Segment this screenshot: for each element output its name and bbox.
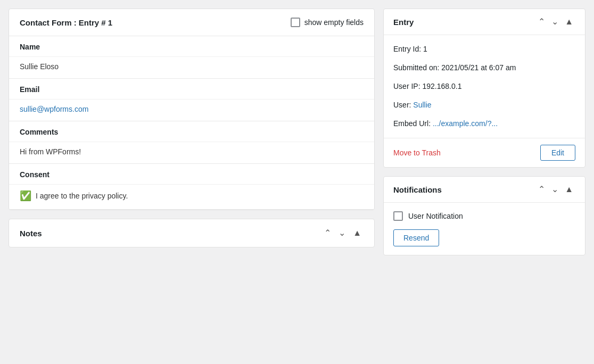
entry-panel-header: Entry ⌃ ⌄ ▲ — [384, 9, 585, 35]
consent-text: I agree to the privacy policy. — [36, 192, 128, 200]
notifications-up-button[interactable]: ⌃ — [536, 184, 547, 195]
name-label: Name — [9, 36, 374, 56]
user-label: User: — [393, 101, 413, 109]
submitted-on-value: 2021/05/21 at 6:07 am — [441, 63, 516, 72]
show-empty-label: show empty fields — [304, 18, 364, 27]
entry-panel: Entry ⌃ ⌄ ▲ Entry Id: 1 Submitted on: 20… — [383, 9, 585, 168]
entry-panel-up-button[interactable]: ⌃ — [536, 16, 547, 27]
edit-button[interactable]: Edit — [540, 145, 575, 161]
notifications-panel-header: Notifications ⌃ ⌄ ▲ — [384, 177, 585, 203]
left-column: Contact Form : Entry # 1 show empty fiel… — [9, 9, 375, 355]
comments-field-group: Comments Hi from WPForms! — [9, 121, 374, 164]
notifications-panel: Notifications ⌃ ⌄ ▲ User Notification Re… — [383, 176, 585, 255]
resend-button[interactable]: Resend — [393, 229, 439, 246]
notifications-expand-button[interactable]: ▲ — [563, 184, 575, 195]
notes-controls: ⌃ ⌄ ▲ — [322, 228, 364, 238]
entry-id-row: Entry Id: 1 — [393, 44, 575, 55]
user-notification-row: User Notification — [393, 211, 575, 221]
entry-card-header: Contact Form : Entry # 1 show empty fiel… — [9, 9, 374, 36]
notes-title: Notes — [20, 229, 42, 238]
show-empty-fields-container[interactable]: show empty fields — [291, 18, 364, 27]
consent-field-group: Consent ✅ I agree to the privacy policy. — [9, 164, 374, 210]
notifications-panel-title: Notifications — [393, 185, 442, 194]
notes-header: Notes ⌃ ⌄ ▲ — [9, 219, 374, 247]
entry-card-title: Contact Form : Entry # 1 — [20, 18, 112, 27]
user-link[interactable]: Sullie — [413, 101, 431, 109]
entry-id-label: Entry Id: — [393, 45, 423, 53]
entry-panel-down-button[interactable]: ⌄ — [549, 16, 560, 27]
notes-collapse-up-button[interactable]: ⌃ — [322, 228, 333, 238]
notes-card: Notes ⌃ ⌄ ▲ — [9, 219, 375, 247]
user-row: User: Sullie — [393, 100, 575, 111]
entry-panel-title: Entry — [393, 18, 414, 27]
user-notification-checkbox[interactable] — [393, 211, 403, 221]
notifications-down-button[interactable]: ⌄ — [549, 184, 560, 195]
notes-collapse-down-button[interactable]: ⌄ — [336, 228, 348, 238]
right-column: Entry ⌃ ⌄ ▲ Entry Id: 1 Submitted on: 20… — [383, 9, 585, 355]
consent-value: ✅ I agree to the privacy policy. — [9, 184, 374, 209]
user-notification-label: User Notification — [408, 212, 463, 220]
entry-panel-expand-button[interactable]: ▲ — [563, 16, 575, 27]
entry-id-value: 1 — [423, 45, 427, 53]
submitted-on-label: Submitted on: — [393, 63, 441, 72]
email-label: Email — [9, 79, 374, 99]
entry-panel-controls: ⌃ ⌄ ▲ — [536, 16, 575, 27]
user-ip-row: User IP: 192.168.0.1 — [393, 81, 575, 92]
checkmark-icon: ✅ — [20, 190, 31, 202]
notes-expand-button[interactable]: ▲ — [351, 228, 364, 238]
entry-card: Contact Form : Entry # 1 show empty fiel… — [9, 9, 375, 210]
comments-value: Hi from WPForms! — [9, 142, 374, 163]
notifications-panel-body: User Notification Resend — [384, 203, 585, 255]
entry-panel-body: Entry Id: 1 Submitted on: 2021/05/21 at … — [384, 35, 585, 138]
comments-label: Comments — [9, 121, 374, 142]
name-value: Sullie Eloso — [9, 56, 374, 78]
consent-label: Consent — [9, 164, 374, 184]
embed-url-row: Embed Url: .../example.com/?... — [393, 118, 575, 129]
move-to-trash-link[interactable]: Move to Trash — [393, 148, 441, 157]
user-ip-label: User IP: — [393, 82, 422, 90]
email-value[interactable]: sullie@wpforms.com — [9, 99, 374, 121]
email-field-group: Email sullie@wpforms.com — [9, 79, 374, 121]
submitted-on-row: Submitted on: 2021/05/21 at 6:07 am — [393, 62, 575, 73]
email-link[interactable]: sullie@wpforms.com — [20, 105, 88, 113]
user-ip-value: 192.168.0.1 — [422, 82, 461, 90]
show-empty-checkbox[interactable] — [291, 18, 300, 27]
notifications-panel-controls: ⌃ ⌄ ▲ — [536, 184, 575, 195]
embed-url-label: Embed Url: — [393, 119, 433, 128]
embed-url-link[interactable]: .../example.com/?... — [433, 119, 498, 128]
name-field-group: Name Sullie Eloso — [9, 36, 374, 79]
entry-actions: Move to Trash Edit — [384, 138, 585, 167]
